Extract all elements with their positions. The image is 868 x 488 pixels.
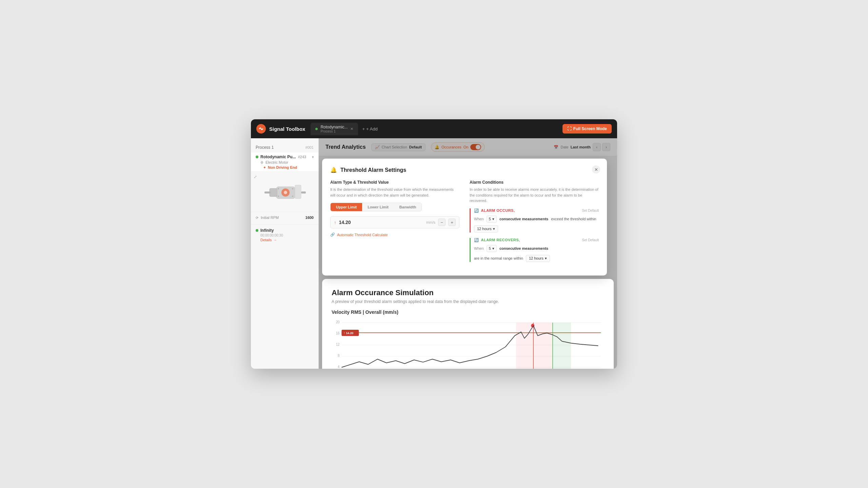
infinity-name: Infinity	[260, 228, 274, 233]
bandwidth-tab[interactable]: Banwidth	[394, 203, 422, 211]
tab-name: Rotodynamic...	[320, 125, 348, 129]
infinity-device: Infinity 00:00:00:00:30 Details →	[251, 224, 318, 245]
machine-name-row: Rotodynamic Pu... #243 ▾	[256, 155, 314, 159]
alarm-recovers-header: 🔄 ALARM RECOVERS, Set Default	[474, 238, 599, 242]
y-label-20: 20	[336, 320, 340, 324]
alarm-recovers-row: When 5 ▾ consecutive measurements are in…	[474, 245, 599, 262]
recovers-duration-chevron: ▾	[545, 256, 547, 261]
alarm-type-title: Alarm Type & Threshold Value	[330, 180, 459, 185]
date-label: Date	[560, 145, 568, 149]
sidebar-process: Process 1 #001	[251, 142, 318, 152]
machine-chevron-icon: ▾	[312, 155, 314, 159]
motor-icon: ⚙	[260, 161, 263, 164]
point-icon: ✦	[263, 166, 266, 169]
tab-subtitle: Process 1	[320, 129, 348, 133]
machine-status-dot	[256, 156, 258, 158]
y-label-16: 16	[336, 331, 340, 335]
svg-point-10	[292, 196, 293, 197]
machine-sub-label: Electric Motor	[265, 160, 288, 164]
svg-rect-3	[270, 188, 277, 197]
lower-limit-tab[interactable]: Lower Limit	[362, 203, 394, 211]
recovers-set-default-button[interactable]: Set Default	[582, 238, 599, 242]
recovery-region	[553, 323, 571, 369]
fullscreen-button[interactable]: ⛶ Full Screen Mode	[563, 124, 612, 134]
svg-point-2	[284, 191, 287, 194]
machine-point-item[interactable]: ✦ Non Driving End	[256, 165, 314, 169]
tab-close-icon[interactable]: ✕	[350, 127, 353, 131]
recovers-consecutive-text: consecutive measurements	[499, 246, 548, 250]
alarm-occurs-row: When 5 ▾ consecutive measurements exceed…	[474, 216, 599, 232]
machine-illustration	[259, 178, 310, 205]
date-value: Last month	[571, 145, 591, 149]
svg-point-9	[278, 196, 279, 197]
occurs-text2: exceed the threshold within	[551, 217, 596, 221]
recovers-count: 5	[489, 246, 491, 250]
occurrences-state: On	[463, 145, 469, 149]
y-label-4: 4	[338, 365, 340, 369]
occurs-count: 5	[489, 217, 491, 221]
modal-header: 🔔 Threshold Alarm Settings ✕	[330, 167, 599, 173]
alarm-occurs-block: 🔄 ALARM OCCURS, Set Default When 5	[470, 208, 599, 232]
chart-selection-label: Chart Selection	[382, 145, 407, 149]
sidebar-stats: ⟳ Initial RPM 1600	[251, 212, 318, 224]
alarm-recovers-icon: 🔄	[474, 238, 479, 242]
threshold-plus-button[interactable]: +	[448, 219, 456, 226]
machine-image-area: ⤢	[251, 171, 318, 212]
occurs-duration-chevron: ▾	[493, 227, 495, 231]
occurrences-badge[interactable]: 🔔 Occurances On	[431, 142, 485, 152]
modal-title: Threshold Alarm Settings	[340, 167, 406, 173]
bell-modal-icon: 🔔	[330, 167, 337, 173]
auto-calc-link[interactable]: 🔗 Automatic Threshold Calculate	[330, 232, 459, 237]
simulation-chart-svg: 20 16 12 8 4 0	[332, 319, 604, 369]
threshold-minus-button[interactable]: −	[438, 219, 446, 226]
occurrences-toggle[interactable]	[470, 144, 481, 150]
tab-status-dot	[315, 128, 318, 130]
auto-calc-label: Automatic Threshold Calculate	[337, 233, 388, 237]
alarm-conditions-title: Alarm Conditions	[470, 180, 599, 185]
add-label: + Add	[366, 126, 378, 131]
recovers-count-select[interactable]: 5 ▾	[487, 245, 497, 252]
machine-id: #243	[298, 155, 306, 159]
y-label-8: 8	[338, 353, 340, 358]
rpm-label: Initial RPM	[261, 216, 279, 220]
alarm-occurs-header: 🔄 ALARM OCCURS, Set Default	[474, 208, 599, 213]
infinity-name-row: Infinity	[256, 228, 314, 233]
occurs-duration-select[interactable]: 12 hours ▾	[474, 225, 498, 232]
process-id: #001	[305, 145, 314, 149]
calendar-icon: 📅	[554, 145, 558, 149]
details-arrow-icon: →	[273, 238, 277, 242]
sidebar-machine-item[interactable]: Rotodynamic Pu... #243 ▾ ⚙ Electric Moto…	[251, 152, 318, 171]
threshold-badge-text: ↑ 14.20	[343, 331, 353, 335]
calc-icon: 🔗	[330, 232, 335, 237]
alarm-occurs-label: ALARM OCCURS,	[481, 208, 515, 212]
analytics-title: Trend Analytics	[326, 144, 366, 150]
occurs-count-select[interactable]: 5 ▾	[487, 216, 497, 223]
details-link[interactable]: Details →	[256, 238, 314, 242]
chart-icon: 📈	[375, 145, 380, 149]
rpm-stat-row: ⟳ Initial RPM 1600	[256, 216, 314, 220]
tab-rotodynamic[interactable]: Rotodynamic... Process 1 ✕	[311, 123, 358, 135]
fullscreen-icon: ⛶	[567, 126, 571, 131]
recovers-duration-select[interactable]: 12 hours ▾	[526, 255, 550, 262]
alarm-occurs-icon: 🔄	[474, 208, 479, 213]
date-next-button[interactable]: ›	[602, 143, 610, 151]
chart-selection-badge[interactable]: 📈 Chart Selection Default	[371, 143, 426, 151]
machine-name: Rotodynamic Pu...	[260, 155, 296, 159]
bell-icon: 🔔	[435, 145, 439, 149]
upper-limit-tab[interactable]: Upper Limit	[331, 203, 362, 211]
add-tab-button[interactable]: + + Add	[359, 125, 380, 133]
details-label: Details	[260, 238, 272, 242]
app-title: Signal Toolbox	[269, 126, 305, 132]
modal-close-button[interactable]: ✕	[592, 165, 600, 174]
y-label-12: 12	[336, 342, 340, 346]
occurs-set-default-button[interactable]: Set Default	[582, 209, 599, 212]
date-prev-button[interactable]: ‹	[593, 143, 601, 151]
svg-rect-5	[264, 191, 271, 194]
recovers-count-chevron: ▾	[492, 246, 494, 251]
occurrences-label: Occurances	[441, 145, 461, 149]
expand-icon[interactable]: ⤢	[254, 175, 257, 179]
tab-bar: Rotodynamic... Process 1 ✕ + + Add	[311, 123, 557, 135]
process-name: Process 1	[256, 145, 274, 150]
infinity-time: 00:00:00:00:30	[256, 233, 314, 237]
occurs-consecutive-text: consecutive measurements	[499, 217, 548, 221]
